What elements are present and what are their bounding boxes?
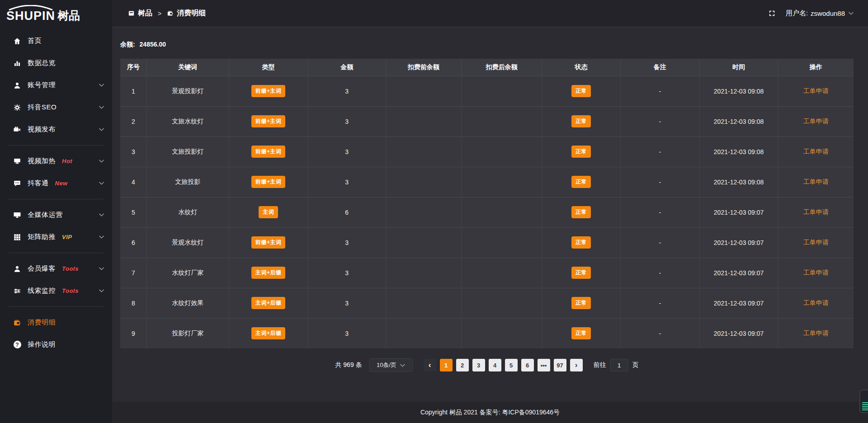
copyright-text: Copyright 树品 2021 备案号: 粤ICP备09019646号 bbox=[420, 409, 560, 417]
cell-balance-before bbox=[386, 288, 461, 318]
page-button-3[interactable]: 3 bbox=[472, 359, 485, 371]
sidebar-item-线索监控[interactable]: 线索监控Tools bbox=[0, 280, 112, 302]
sidebar-item-抖音SEO[interactable]: 抖音SEO bbox=[0, 96, 112, 118]
username-label: 用户名: bbox=[786, 9, 808, 18]
user-icon bbox=[13, 81, 22, 90]
sidebar-item-首页[interactable]: 首页 bbox=[0, 30, 112, 52]
video-icon bbox=[13, 125, 22, 134]
cell-action: 工单申请 bbox=[778, 288, 854, 318]
page-button-6[interactable]: 6 bbox=[521, 359, 534, 371]
chevron-down-icon bbox=[99, 213, 104, 216]
cell-balance-after bbox=[461, 227, 542, 258]
cell-amount: 3 bbox=[308, 136, 386, 167]
prev-page-button[interactable]: ‹ bbox=[424, 359, 436, 371]
page-size-select[interactable]: 10条/页 bbox=[369, 358, 413, 372]
next-page-button[interactable]: › bbox=[570, 359, 583, 371]
sidebar-item-全媒体运营[interactable]: 全媒体运营 bbox=[0, 204, 112, 226]
page-button-5[interactable]: 5 bbox=[505, 359, 518, 371]
bar-chart-icon bbox=[13, 59, 22, 68]
cell-type: 前缀+主词 bbox=[229, 76, 308, 106]
cell-type: 主词+后缀 bbox=[229, 318, 308, 348]
work-order-link[interactable]: 工单申请 bbox=[803, 269, 829, 276]
column-header-关键词: 关键词 bbox=[146, 59, 229, 76]
work-order-link[interactable]: 工单申请 bbox=[803, 178, 829, 185]
user-icon bbox=[13, 264, 22, 273]
work-order-link[interactable]: 工单申请 bbox=[803, 329, 829, 337]
sidebar-item-矩阵助推[interactable]: 矩阵助推VIP bbox=[0, 226, 112, 248]
status-badge: 正常 bbox=[571, 206, 591, 218]
cell-amount: 3 bbox=[308, 258, 386, 288]
sidebar-item-操作说明[interactable]: ?操作说明 bbox=[0, 334, 112, 356]
fullscreen-icon[interactable] bbox=[768, 9, 776, 17]
work-order-link[interactable]: 工单申请 bbox=[803, 208, 829, 216]
footer: Copyright 树品 2021 备案号: 粤ICP备09019646号 bbox=[112, 402, 868, 423]
column-header-状态: 状态 bbox=[542, 59, 621, 76]
status-badge: 正常 bbox=[571, 176, 591, 188]
table-row: 5水纹灯主词6正常-2021-12-03 09:07工单申请 bbox=[120, 197, 854, 227]
cell-remark: - bbox=[620, 318, 699, 348]
cell-balance-before bbox=[386, 76, 461, 106]
cell-type: 前缀+主词 bbox=[229, 227, 308, 258]
monitor-icon bbox=[13, 211, 22, 220]
cell-status: 正常 bbox=[542, 227, 621, 258]
cell-index: 8 bbox=[120, 288, 146, 318]
sidebar-item-账号管理[interactable]: 账号管理 bbox=[0, 74, 112, 96]
breadcrumb: 树品 > 消费明细 bbox=[128, 9, 206, 18]
page-button-2[interactable]: 2 bbox=[456, 359, 469, 371]
logo-arc-icon bbox=[7, 5, 54, 10]
breadcrumb-current[interactable]: 消费明细 bbox=[167, 9, 206, 18]
sidebar-item-视频发布[interactable]: 视频发布 bbox=[0, 118, 112, 141]
chevron-down-icon bbox=[99, 235, 104, 239]
breadcrumb-home[interactable]: 树品 bbox=[128, 9, 152, 18]
cell-action: 工单申请 bbox=[778, 76, 854, 106]
chevron-down-icon bbox=[99, 182, 104, 185]
type-badge: 主词+后缀 bbox=[251, 327, 286, 339]
sidebar-item-label: 账号管理 bbox=[28, 81, 56, 89]
type-badge: 前缀+主词 bbox=[251, 236, 286, 249]
cell-time: 2021-12-03 09:08 bbox=[699, 106, 778, 136]
consumption-table: 序号关键词类型金额扣费前余额扣费后余额状态备注时间操作 1景观投影灯前缀+主词3… bbox=[120, 59, 854, 348]
sidebar-item-label: 矩阵助推 bbox=[28, 233, 56, 241]
sidebar-item-badge: Tools bbox=[62, 265, 79, 272]
work-order-link[interactable]: 工单申请 bbox=[803, 118, 829, 125]
cell-type: 前缀+主词 bbox=[229, 106, 308, 136]
sidebar-item-抖客通[interactable]: 抖客通New bbox=[0, 172, 112, 194]
sidebar-item-badge: New bbox=[55, 180, 68, 187]
sidebar-item-会员爆客[interactable]: 会员爆客Tools bbox=[0, 258, 112, 280]
status-badge: 正常 bbox=[571, 267, 591, 279]
cell-remark: - bbox=[620, 76, 699, 106]
work-order-link[interactable]: 工单申请 bbox=[803, 299, 829, 306]
page-button-1[interactable]: 1 bbox=[440, 359, 453, 371]
sidebar-item-数据总览[interactable]: 数据总览 bbox=[0, 52, 112, 74]
sidebar-divider bbox=[8, 145, 104, 146]
cell-balance-after bbox=[461, 76, 542, 106]
cell-balance-before bbox=[386, 106, 461, 136]
user-menu[interactable]: 用户名: zswodun88 bbox=[786, 9, 854, 18]
sidebar-item-label: 抖音SEO bbox=[28, 103, 57, 112]
column-header-金额: 金额 bbox=[308, 59, 386, 76]
widget-stripes bbox=[862, 402, 868, 411]
cell-keyword: 文旅投影 bbox=[146, 167, 229, 197]
sidebar-item-label: 首页 bbox=[28, 37, 42, 45]
goto-page-input[interactable] bbox=[610, 359, 628, 371]
sidebar-item-消费明细[interactable]: 消费明细 bbox=[0, 311, 112, 334]
wallet-icon bbox=[167, 10, 174, 17]
sidebar-item-视频加热[interactable]: 视频加热Hot bbox=[0, 150, 112, 172]
sidebar-divider bbox=[8, 253, 104, 253]
page-button-4[interactable]: 4 bbox=[489, 359, 501, 371]
page-ellipsis-button[interactable]: ••• bbox=[538, 359, 550, 371]
grid-icon bbox=[13, 233, 22, 242]
cell-status: 正常 bbox=[542, 318, 621, 348]
work-order-link[interactable]: 工单申请 bbox=[803, 148, 829, 155]
work-order-link[interactable]: 工单申请 bbox=[803, 87, 829, 94]
sidebar-item-label: 视频发布 bbox=[28, 125, 56, 134]
cell-balance-after bbox=[461, 318, 542, 348]
cell-type: 主词+后缀 bbox=[229, 288, 308, 318]
work-order-link[interactable]: 工单申请 bbox=[803, 239, 829, 246]
cell-amount: 3 bbox=[308, 167, 386, 197]
cell-keyword: 投影灯厂家 bbox=[146, 318, 229, 348]
sidebar-item-label: 抖客通 bbox=[28, 179, 49, 188]
cell-remark: - bbox=[620, 167, 699, 197]
cell-status: 正常 bbox=[542, 258, 621, 288]
page-button-97[interactable]: 97 bbox=[554, 359, 566, 371]
